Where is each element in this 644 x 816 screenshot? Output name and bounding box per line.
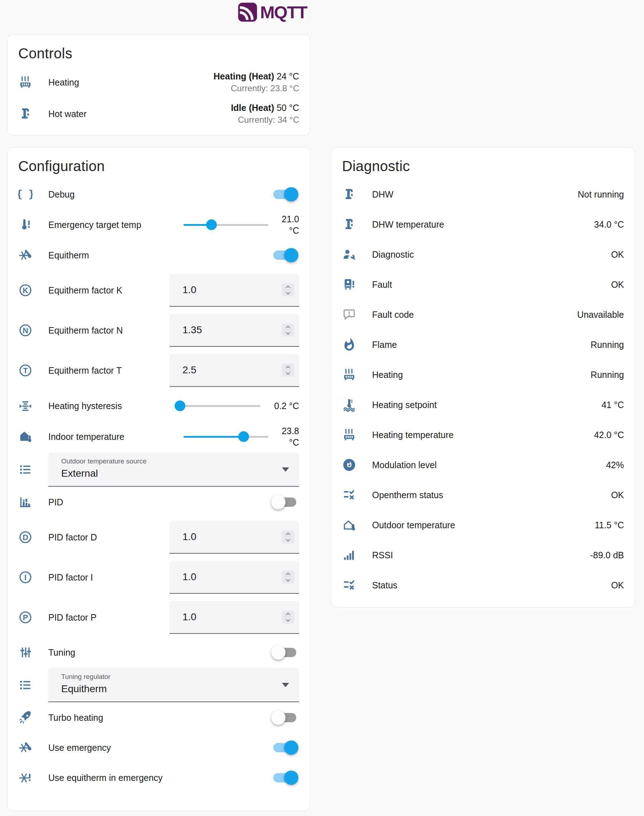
number-input[interactable]: 2.5 — [170, 354, 299, 387]
diagnostic-row[interactable]: Status OK — [331, 570, 635, 600]
toggle-knob[interactable] — [271, 495, 285, 509]
row-label: Opentherm status — [372, 489, 611, 500]
sensor-value: 11.5 °C — [595, 520, 624, 531]
diagnostic-row[interactable]: Fault code Unavailable — [331, 299, 635, 330]
row-label: PID factor I — [48, 572, 170, 583]
slider[interactable] — [176, 399, 261, 413]
climate-state[interactable]: Heating (Heat) 24 °C Currently: 23.8 °C — [213, 71, 299, 94]
stepper-down-button[interactable] — [282, 537, 294, 543]
radiator-icon — [342, 368, 356, 382]
stepper-down-button[interactable] — [282, 617, 294, 623]
toggle-switch[interactable] — [273, 773, 296, 782]
number-row: T Equitherm factor T 2.5 — [8, 350, 310, 390]
sensor-value: OK — [611, 279, 624, 290]
toggle-switch[interactable] — [273, 497, 296, 507]
number-row: N Equitherm factor N 1.35 — [8, 310, 310, 350]
stepper-down-button[interactable] — [282, 330, 294, 336]
row-label: Heating hysteresis — [48, 400, 176, 411]
diagnostic-row[interactable]: DHW Not running — [331, 179, 635, 209]
diagnostic-row[interactable]: Heating setpoint 41 °C — [331, 390, 635, 420]
slider[interactable] — [184, 218, 268, 232]
climate-state[interactable]: Idle (Heat) 50 °C Currently: 34 °C — [231, 102, 299, 126]
slider-track[interactable] — [176, 405, 261, 407]
number-input[interactable]: 1.0 — [170, 521, 299, 554]
row-label: Heating temperature — [372, 429, 594, 440]
chevron-down-icon — [285, 331, 291, 335]
diagnostic-row[interactable]: Outdoor temperature 11.5 °C — [331, 510, 635, 540]
stepper-up-button[interactable] — [282, 284, 294, 290]
number-input[interactable]: 1.0 — [170, 274, 299, 307]
select-value: Equitherm — [61, 683, 274, 695]
svg-text:{ }: { } — [18, 188, 32, 200]
water-pump-icon — [18, 107, 32, 121]
row-label: PID factor P — [48, 612, 170, 623]
message-alert-icon — [342, 307, 356, 322]
toggle-switch[interactable] — [273, 250, 296, 260]
list-bulleted-icon — [18, 678, 32, 692]
diagnostic-row[interactable]: Modulation level 42% — [331, 450, 635, 480]
row-label: Heating — [48, 77, 213, 88]
stepper-down-button[interactable] — [282, 577, 294, 583]
toggle-knob[interactable] — [284, 248, 298, 262]
alpha-k-circle-icon: K — [18, 283, 32, 298]
select-input[interactable]: Outdoor temperature source External — [48, 452, 299, 487]
stepper-up-button[interactable] — [282, 364, 294, 370]
number-stepper[interactable] — [282, 324, 294, 336]
number-stepper[interactable] — [282, 284, 294, 296]
diagnostic-row[interactable]: Flame Running — [331, 330, 635, 360]
diagnostic-row[interactable]: Opentherm status OK — [331, 480, 635, 510]
number-input[interactable]: 1.0 — [170, 561, 299, 594]
stepper-down-button[interactable] — [282, 290, 294, 296]
toggle-knob[interactable] — [284, 741, 298, 755]
mqtt-logo: MQTT — [238, 2, 307, 22]
slider-row: Indoor temperature 23.8 °C — [8, 421, 310, 452]
slider-knob[interactable] — [175, 400, 186, 411]
number-value[interactable]: 1.0 — [182, 531, 282, 543]
diagnostic-row[interactable]: Heating temperature 42.0 °C — [331, 420, 635, 450]
toggle-switch[interactable] — [273, 743, 296, 752]
number-value[interactable]: 1.0 — [182, 284, 282, 296]
toggle-switch[interactable] — [273, 648, 296, 657]
toggle-switch[interactable] — [273, 190, 296, 199]
slider[interactable] — [184, 429, 268, 444]
toggle-knob[interactable] — [271, 710, 285, 725]
number-value[interactable]: 1.0 — [182, 571, 282, 583]
number-value[interactable]: 1.35 — [182, 324, 282, 336]
slider-knob[interactable] — [238, 431, 249, 442]
select-input[interactable]: Tuning regulator Equitherm — [48, 668, 299, 702]
list-status-icon — [342, 488, 356, 502]
row-label: Use emergency — [48, 742, 273, 753]
number-stepper[interactable] — [282, 364, 294, 376]
diagnostic-row[interactable]: Diagnostic OK — [331, 239, 635, 270]
slider-row: Heating hysteresis 0.2 °C — [8, 390, 310, 421]
number-value[interactable]: 1.0 — [182, 611, 282, 623]
number-input[interactable]: 1.35 — [170, 314, 299, 347]
stepper-up-button[interactable] — [282, 531, 294, 537]
state-temperature: 50 °C — [276, 103, 299, 113]
number-value[interactable]: 2.5 — [182, 364, 282, 376]
stepper-up-button[interactable] — [282, 610, 294, 617]
number-stepper[interactable] — [282, 571, 294, 583]
toggle-knob[interactable] — [284, 770, 298, 785]
row-label: Debug — [48, 189, 273, 200]
dropdown-caret-icon — [282, 468, 289, 472]
diagnostic-row[interactable]: DHW temperature 34.0 °C — [331, 209, 635, 239]
diagnostic-row[interactable]: Heating Running — [331, 360, 635, 390]
fire-circle-icon — [342, 458, 356, 472]
stepper-up-button[interactable] — [282, 571, 294, 577]
number-stepper[interactable] — [282, 531, 294, 543]
number-input[interactable]: 1.0 — [170, 601, 299, 634]
number-stepper[interactable] — [282, 610, 294, 623]
chevron-down-icon — [285, 538, 291, 542]
svg-text:P: P — [23, 613, 28, 622]
toggle-knob[interactable] — [271, 645, 285, 660]
stepper-up-button[interactable] — [282, 324, 294, 330]
toggle-switch[interactable] — [273, 713, 296, 722]
diagnostic-row[interactable]: Fault OK — [331, 270, 635, 299]
toggle-knob[interactable] — [284, 187, 298, 201]
stepper-down-button[interactable] — [282, 370, 294, 376]
row-label: Emergency target temp — [48, 219, 184, 230]
slider-knob[interactable] — [206, 219, 217, 230]
diagnostic-row[interactable]: RSSI -89.0 dB — [331, 540, 635, 570]
chevron-up-icon — [285, 612, 291, 616]
